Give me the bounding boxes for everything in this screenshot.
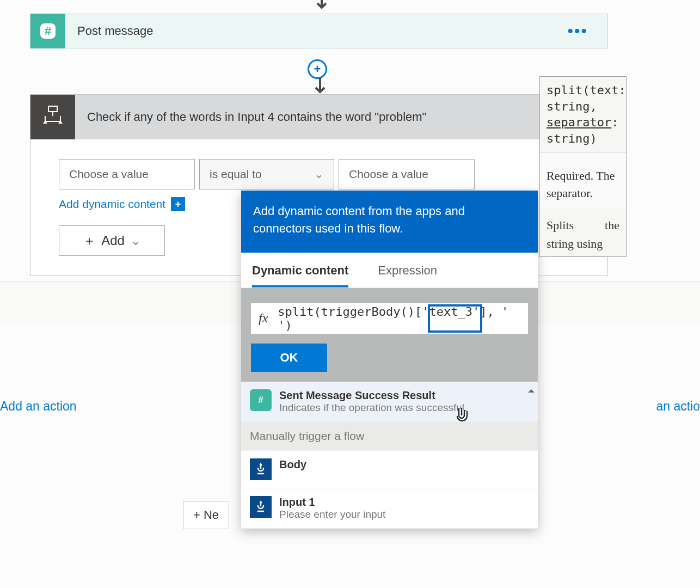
add-dynamic-plus-icon[interactable]: + (171, 197, 185, 211)
add-dynamic-content-link[interactable]: Add dynamic content (59, 198, 165, 211)
expression-text: split(triggerBody()['text_3'], ' ') (278, 305, 520, 332)
slack-icon: # (30, 14, 65, 48)
plus-icon: ＋ (83, 232, 96, 249)
condition-title: Check if any of the words in Input 4 con… (87, 110, 426, 124)
condition-icon (30, 95, 75, 139)
action-card-post-message[interactable]: # Post message ••• (30, 14, 608, 48)
dynamic-section-trigger: Manually trigger a flow (241, 422, 538, 451)
svg-point-4 (260, 501, 262, 504)
popup-header: Add dynamic content from the apps and co… (241, 191, 538, 253)
expression-input[interactable]: fx split(triggerBody()['text_3'], ' ') (251, 303, 528, 334)
more-menu-icon[interactable]: ••• (567, 22, 588, 40)
tab-expression[interactable]: Expression (378, 264, 437, 287)
dynamic-content-popup: Add dynamic content from the apps and co… (241, 191, 538, 529)
add-action-right-link[interactable]: an actio (656, 399, 700, 414)
tooltip-required: Required. The separator. (540, 152, 626, 209)
fx-icon: fx (259, 311, 268, 326)
dynamic-item-input1[interactable]: Input 1 Please enter your input (241, 488, 538, 529)
slack-badge-icon: # (250, 389, 272, 411)
section-title: Manually trigger a flow (250, 430, 364, 443)
ok-button[interactable]: OK (251, 344, 327, 372)
tooltip-more-2: the (605, 218, 619, 232)
chevron-down-icon: ⌄ (130, 233, 141, 248)
condition-header[interactable]: Check if any of the words in Input 4 con… (30, 95, 607, 139)
add-condition-row-button[interactable]: ＋ Add ⌄ (59, 225, 165, 256)
tooltip-sig-sep: separator (547, 115, 611, 129)
condition-operator-select[interactable]: is equal to ⌄ (199, 159, 334, 189)
scroll-up-icon[interactable] (528, 386, 535, 393)
condition-value-right[interactable]: Choose a value (339, 159, 475, 189)
tooltip-sig-1: split(text: (547, 83, 626, 97)
list-item-subtitle: Indicates if the operation was successfu… (279, 402, 467, 414)
tab-dynamic-content[interactable]: Dynamic content (252, 264, 348, 287)
action-card-title: Post message (77, 24, 153, 38)
tooltip-sig-4: string) (547, 132, 597, 145)
list-item-subtitle: Please enter your input (279, 509, 385, 520)
tooltip-sig-2: string, (547, 100, 597, 113)
tooltip-cut: string using (540, 237, 626, 256)
svg-text:#: # (45, 24, 51, 38)
list-item-title: Sent Message Success Result (279, 389, 467, 402)
tooltip-more-1: Splits (547, 218, 574, 232)
add-action-left-link[interactable]: Add an action (0, 399, 77, 414)
new-step-button[interactable]: + Ne (183, 501, 229, 529)
svg-point-3 (260, 464, 262, 466)
trigger-badge-icon (250, 496, 272, 518)
arrow-down-icon (312, 78, 328, 96)
tooltip-sig-colon: : (611, 115, 618, 129)
dynamic-item-body[interactable]: Body (241, 451, 538, 488)
trigger-badge-icon (250, 458, 272, 480)
chevron-down-icon: ⌄ (314, 168, 324, 181)
dynamic-item-sent-message-result[interactable]: # Sent Message Success Result Indicates … (241, 382, 538, 422)
insert-step-button[interactable]: + (308, 59, 327, 79)
svg-rect-2 (48, 106, 57, 112)
list-item-title: Input 1 (279, 496, 385, 509)
arrow-down-icon (314, 0, 330, 12)
expression-tooltip: split(text: string, separator: string) R… (539, 76, 627, 257)
list-item-title: Body (279, 458, 306, 471)
dynamic-content-list: # Sent Message Success Result Indicates … (241, 382, 538, 529)
condition-operator-label: is equal to (210, 168, 262, 181)
condition-value-left[interactable]: Choose a value (59, 159, 195, 189)
add-button-label: Add (101, 233, 125, 248)
